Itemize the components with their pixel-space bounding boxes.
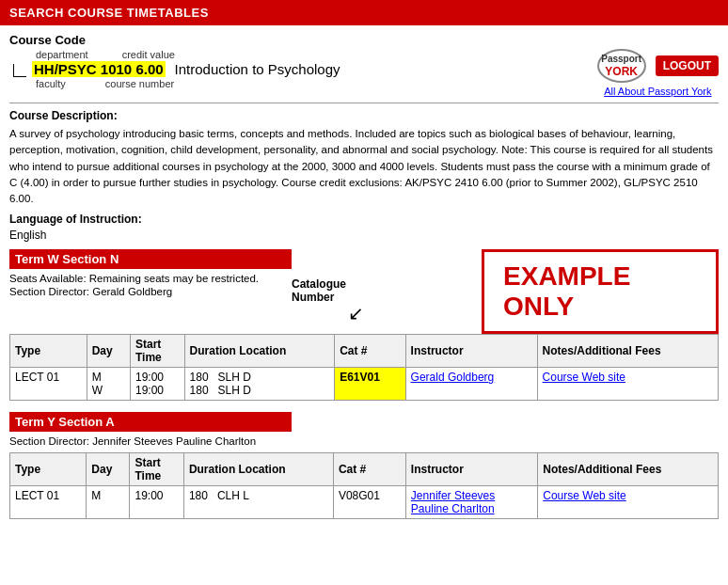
instructor-link-w[interactable]: Gerald Goldberg bbox=[411, 371, 495, 384]
section-director-y: Section Director: Jennifer Steeves Pauli… bbox=[9, 435, 719, 447]
term-w-section: Term W Section N Seats Available: Remain… bbox=[9, 249, 719, 401]
col-type-y: Type bbox=[10, 453, 87, 486]
credit-sublabel: credit value bbox=[122, 49, 175, 60]
course-web-link-w[interactable]: Course Web site bbox=[543, 371, 625, 384]
cell-notes: Course Web site bbox=[537, 368, 718, 401]
term-w-bar: Term W Section N bbox=[9, 249, 292, 269]
seats-info: Seats Available: Remaining seats may be … bbox=[9, 273, 292, 284]
cell-cat: E61V01 bbox=[335, 368, 405, 401]
section-director-w: Section Director: Gerald Goldberg bbox=[9, 286, 292, 297]
logout-button[interactable]: LOGOUT bbox=[656, 55, 719, 76]
passport-york-logo: Passport YORK bbox=[597, 49, 646, 83]
passport-york-area: Passport YORK LOGOUT All About Passport … bbox=[597, 49, 719, 97]
instructor-link-y1[interactable]: Jennifer Steeves bbox=[411, 489, 495, 502]
term-w-table: Type Day StartTime Duration Location Cat… bbox=[9, 334, 719, 401]
faculty-sublabel: faculty bbox=[36, 78, 66, 89]
cell-instructor-y: Jennifer Steeves Pauline Charlton bbox=[405, 486, 537, 519]
cell-day: MW bbox=[87, 368, 130, 401]
table-row: LECT 01 MW 19:0019:00 180 SLH D180 SLH D… bbox=[10, 368, 719, 401]
passport-link[interactable]: All About Passport York bbox=[597, 86, 719, 97]
cell-instructor: Gerald Goldberg bbox=[405, 368, 537, 401]
col-cat: Cat # bbox=[335, 335, 405, 368]
cell-duration-location: 180 SLH D180 SLH D bbox=[184, 368, 335, 401]
col-start-time: StartTime bbox=[130, 335, 184, 368]
cell-type-y: LECT 01 bbox=[10, 486, 87, 519]
instructor-link-y2[interactable]: Pauline Charlton bbox=[411, 502, 495, 515]
example-only-box: EXAMPLE ONLY bbox=[463, 249, 719, 334]
cell-start-time: 19:0019:00 bbox=[130, 368, 184, 401]
page-title: SEARCH COURSE TIMETABLES bbox=[9, 6, 209, 20]
page-header: SEARCH COURSE TIMETABLES bbox=[0, 0, 728, 25]
table-row: LECT 01 M 19:00 180 CLH L V08G01 Jennife… bbox=[10, 486, 719, 519]
col-cat-y: Cat # bbox=[333, 453, 405, 486]
course-web-link-y[interactable]: Course Web site bbox=[543, 489, 625, 502]
course-code-section: Course Code department credit value HH/P… bbox=[9, 33, 719, 97]
col-start-time-y: StartTime bbox=[130, 453, 183, 486]
course-description: A survey of psychology introducing basic… bbox=[9, 126, 719, 207]
col-type: Type bbox=[10, 335, 87, 368]
cell-start-time-y: 19:00 bbox=[130, 486, 183, 519]
course-title: Introduction to Psychology bbox=[175, 61, 340, 77]
course-code-value: HH/PSYC 1010 6.00 bbox=[32, 61, 166, 77]
cell-cat-y: V08G01 bbox=[333, 486, 405, 519]
col-notes-y: Notes/Additional Fees bbox=[538, 453, 719, 486]
catalogue-label: Catalogue Number bbox=[292, 277, 388, 304]
cell-notes-y: Course Web site bbox=[538, 486, 719, 519]
col-duration-location-y: Duration Location bbox=[183, 453, 333, 486]
col-instructor-y: Instructor bbox=[405, 453, 537, 486]
language-label: Language of Instruction: bbox=[9, 213, 719, 226]
col-day: Day bbox=[87, 335, 130, 368]
cell-type: LECT 01 bbox=[10, 368, 87, 401]
col-notes: Notes/Additional Fees bbox=[537, 335, 718, 368]
number-sublabel: course number bbox=[105, 78, 174, 89]
divider-1 bbox=[9, 103, 719, 103]
col-day-y: Day bbox=[87, 453, 130, 486]
course-code-label: Course Code bbox=[9, 33, 719, 47]
term-y-section: Term Y Section A Section Director: Jenni… bbox=[9, 412, 719, 519]
language-value: English bbox=[9, 229, 719, 242]
col-instructor: Instructor bbox=[405, 335, 537, 368]
cell-duration-location-y: 180 CLH L bbox=[183, 486, 333, 519]
cell-day-y: M bbox=[87, 486, 130, 519]
dept-sublabel: department bbox=[36, 49, 88, 60]
description-label: Course Description: bbox=[9, 109, 719, 122]
term-y-bar: Term Y Section A bbox=[9, 412, 292, 432]
term-y-table: Type Day StartTime Duration Location Cat… bbox=[9, 452, 719, 519]
example-only-text: EXAMPLE ONLY bbox=[482, 249, 719, 334]
col-duration-location: Duration Location bbox=[184, 335, 335, 368]
